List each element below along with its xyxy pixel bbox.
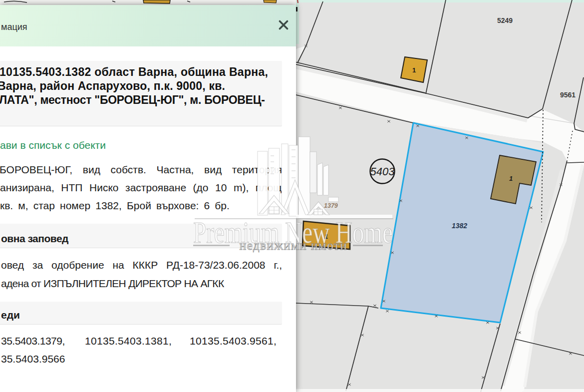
svg-text:9561: 9561 bbox=[560, 91, 576, 99]
svg-text:1382: 1382 bbox=[452, 222, 467, 230]
svg-text:1: 1 bbox=[324, 233, 328, 240]
svg-text:5249: 5249 bbox=[497, 16, 513, 24]
svg-text:1: 1 bbox=[509, 175, 513, 182]
svg-text:5403: 5403 bbox=[370, 165, 395, 178]
svg-text:1: 1 bbox=[412, 66, 416, 74]
